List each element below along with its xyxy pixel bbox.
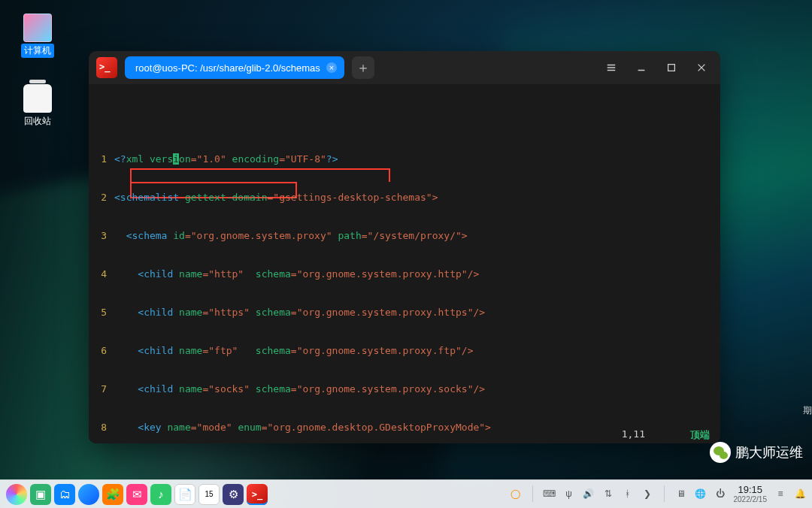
window-titlebar[interactable]: root@uos-PC: /usr/share/glib-2.0/schemas… [89,51,720,84]
line-number: 5 [95,306,114,319]
settings-icon[interactable]: ⚙ [223,484,244,505]
code-line: <schema id="org.gnome.system.proxy" path… [114,229,714,242]
code-line: <child name="http" schema="org.gnome.sys… [114,268,714,280]
tray-notification-icon[interactable]: 🔔 [794,488,806,500]
line-number: 3 [95,229,114,242]
code-line: <?xml version="1.0" encoding="UTF-8"?> [114,153,714,165]
tray-uos-icon[interactable]: ◯ [510,488,522,500]
wechat-label: 鹏大师运维 [735,443,803,461]
tray-power-icon[interactable]: ⏻ [714,488,726,500]
terminal-tab[interactable]: root@uos-PC: /usr/share/glib-2.0/schemas… [125,56,344,79]
terminal-body[interactable]: 1<?xml version="1.0" encoding="UTF-8"?> … [89,84,720,443]
menu-button[interactable] [600,56,623,79]
computer-icon [23,14,52,42]
tab-title: root@uos-PC: /usr/share/glib-2.0/schemas [135,62,320,74]
multitask-icon[interactable]: ▣ [30,484,51,505]
tray-bluetooth-icon[interactable]: ᚼ [622,488,634,500]
code-line: <schemalist gettext-domain="gsettings-de… [114,191,714,204]
close-button[interactable] [690,56,713,79]
tray-network-icon[interactable]: ⇅ [602,488,614,500]
line-number: 4 [95,268,114,280]
line-number: 2 [95,191,114,204]
desktop-icon-label: 计算机 [21,44,54,58]
app-store-icon[interactable]: 🧩 [102,484,123,505]
desktop-icon-computer[interactable]: 计算机 [15,14,60,58]
svg-rect-0 [668,65,675,71]
taskbar[interactable]: ▣ 🗂 🧩 ✉ ♪ 📄 15 ⚙ >_ ◯ ⌨ ψ 🔊 ⇅ ᚼ ❯ 🖥 🌐 ⏻ … [0,479,812,508]
mail-icon[interactable]: ✉ [126,484,147,505]
tray-sort-icon[interactable]: ≡ [774,488,786,500]
file-manager-icon[interactable]: 🗂 [54,484,75,505]
browser-icon[interactable] [78,484,99,505]
wechat-icon [710,442,731,463]
system-tray: ◯ ⌨ ψ 🔊 ⇅ ᚼ ❯ 🖥 🌐 ⏻ 19:15 2022/2/15 ≡ 🔔 [510,485,807,503]
code-line: <child name="https" schema="org.gnome.sy… [114,306,714,319]
tray-volume-icon[interactable]: 🔊 [583,488,595,500]
calendar-icon[interactable]: 15 [198,484,220,505]
tray-desktop-icon[interactable]: 🖥 [675,488,687,500]
launcher-icon[interactable] [6,484,27,505]
line-number: 1 [95,153,114,165]
line-number: 7 [95,383,114,395]
code-line: <child name="ftp" schema="org.gnome.syst… [114,344,714,357]
tray-separator [532,485,533,502]
tray-separator [664,485,665,502]
tab-close-button[interactable]: × [326,62,337,73]
clock-date: 2022/2/15 [734,495,768,503]
editor-icon[interactable]: 📄 [174,484,195,505]
terminal-app-icon [96,57,117,78]
clock-time: 19:15 [734,485,768,495]
terminal-window: root@uos-PC: /usr/share/glib-2.0/schemas… [89,51,720,443]
taskbar-terminal-icon[interactable]: >_ [247,484,268,505]
minimize-button[interactable] [630,56,653,79]
maximize-button[interactable] [660,56,683,79]
music-icon[interactable]: ♪ [150,484,171,505]
tray-chevron-icon[interactable]: ❯ [641,488,653,500]
cursor-position: 1,11 [622,428,645,442]
desktop-icon-trash[interactable]: 回收站 [15,84,60,129]
vim-statusline: 1,11 顶端 [89,428,720,442]
line-number: 6 [95,344,114,357]
tray-keyboard-icon[interactable]: ⌨ [544,488,556,500]
scroll-indicator: 顶端 [690,428,710,442]
tray-usb-icon[interactable]: ψ [563,488,575,500]
tray-globe-icon[interactable]: 🌐 [695,488,707,500]
trash-icon [23,84,52,113]
taskbar-clock[interactable]: 19:15 2022/2/15 [734,485,768,503]
new-tab-button[interactable]: ＋ [352,56,374,79]
wechat-watermark: 鹏大师运维 [710,442,803,463]
code-line: <child name="socks" schema="org.gnome.sy… [114,383,714,395]
desktop-icon-label: 回收站 [21,114,54,129]
highlight-box [130,168,390,182]
